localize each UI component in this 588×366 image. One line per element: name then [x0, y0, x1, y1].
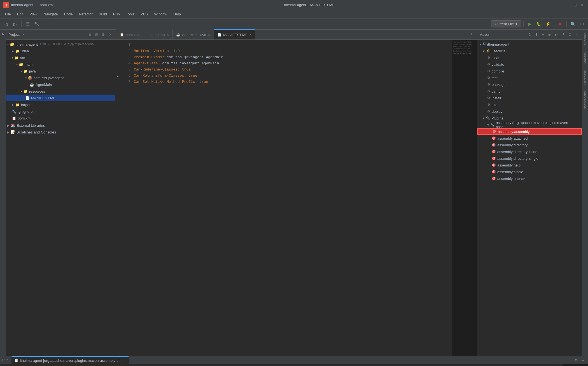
toolbar-search[interactable]: 🔍: [569, 20, 577, 28]
toolbar-back-button[interactable]: ◁: [2, 20, 10, 28]
menu-help[interactable]: Help: [171, 11, 184, 17]
tree-resources-folder[interactable]: ▾ 📁 resources: [6, 88, 115, 95]
tab-manifest-close[interactable]: ✕: [249, 33, 252, 37]
maven-goal-single[interactable]: 🎯 assembly:single: [477, 168, 582, 175]
maven-verify[interactable]: ⚙ verify: [477, 88, 582, 95]
close-button[interactable]: ✕: [580, 2, 585, 8]
tree-gitignore[interactable]: 🔧 .gitignore: [6, 108, 115, 115]
toolbar-settings[interactable]: ⚙: [578, 20, 586, 28]
tree-pomxml[interactable]: 📋 pom.xml: [6, 115, 115, 121]
tree-mf-icon: 📄: [25, 96, 30, 100]
maven-goal-unpack[interactable]: 🎯 assembly:unpack: [477, 175, 582, 182]
tree-idea-icon: 📁: [15, 49, 20, 53]
tree-src-folder[interactable]: ▾ 📁 src: [6, 54, 115, 61]
menu-edit[interactable]: Edit: [14, 11, 26, 17]
tree-agenmainjava[interactable]: ☕ AgenMain: [6, 81, 115, 88]
maven-package-icon: ⚙: [487, 83, 490, 86]
maven-run-icon[interactable]: ▶: [547, 32, 553, 37]
project-dropdown-icon[interactable]: ▾: [22, 33, 24, 36]
bottom-tab-run-instance[interactable]: 📋 itheima-agent [org.apache.maven.plugin…: [11, 356, 129, 364]
minimize-button[interactable]: ─: [565, 2, 571, 8]
menu-refactor[interactable]: Refactor: [76, 11, 95, 17]
menu-build[interactable]: Build: [96, 11, 110, 17]
toolbar-run-coverage[interactable]: ⚡: [544, 20, 552, 28]
tree-java-folder[interactable]: ▾ 📁 java: [6, 68, 115, 74]
tree-scratches[interactable]: ▶ 📝 Scratches and Consoles: [6, 129, 115, 135]
toolbar-debug-button[interactable]: 🐛: [535, 20, 543, 28]
sidebar-tab-notifications[interactable]: Notifications: [582, 88, 588, 113]
toolbar-run-button[interactable]: ▶: [526, 20, 534, 28]
maven-download-icon[interactable]: ⬇: [534, 32, 539, 37]
maven-goal-directory-inline[interactable]: 🎯 assembly:directory-inline: [477, 148, 582, 155]
run-settings-icon[interactable]: ⚙: [573, 357, 579, 363]
sidebar-project-icon[interactable]: P: [0, 31, 6, 37]
maven-test[interactable]: ⚙ test: [477, 74, 582, 81]
toolbar-forward-button[interactable]: ▷: [11, 20, 19, 28]
maven-goal-attached[interactable]: 🎯 assembly:attached: [477, 135, 582, 142]
maven-goal-directory[interactable]: 🎯 assembly:directory: [477, 142, 582, 148]
editor-tab-more[interactable]: ⋮: [468, 29, 476, 39]
run-instance-header: ✓ itheima-agent [org.apache.maven.plugin…: [10, 364, 555, 366]
tree-package-folder[interactable]: ▾ 📦 com.zss.javaagent: [6, 74, 115, 81]
maven-refresh-icon[interactable]: ↻: [527, 32, 533, 37]
run-instance-close[interactable]: ✕: [124, 359, 126, 362]
maven-more-icon[interactable]: ⋮: [561, 32, 566, 37]
menu-run[interactable]: Run: [110, 11, 123, 17]
maven-package[interactable]: ⚙ package: [477, 81, 582, 88]
maximize-button[interactable]: □: [572, 2, 578, 8]
tree-target-folder[interactable]: ▶ 📁 target: [6, 101, 115, 108]
sidebar-tab-jdasslib[interactable]: jdasslib: [582, 49, 588, 67]
menu-view[interactable]: View: [27, 11, 40, 17]
toolbar-recent-files[interactable]: ☰: [24, 20, 32, 28]
line-num-5: 5: [123, 67, 130, 73]
tree-java-arrow: ▾: [21, 70, 22, 73]
toolbar-build[interactable]: 🔨: [33, 20, 41, 28]
tree-external-libs[interactable]: ▶ 📚 External Libraries: [6, 122, 115, 129]
maven-assembly-plugin[interactable]: ▾ 🔧 assembly (org.apache.maven.plugins:m…: [477, 121, 582, 128]
menu-window[interactable]: Window: [151, 11, 170, 17]
maven-add-icon[interactable]: +: [540, 32, 546, 37]
menu-code[interactable]: Code: [61, 11, 76, 17]
maven-goal-dir-inline-icon: 🎯: [492, 150, 496, 154]
maven-settings-icon[interactable]: ⚙: [567, 32, 573, 37]
maven-compile[interactable]: ⚙ compile: [477, 68, 582, 74]
sidebar-tab-database[interactable]: Database: [582, 67, 588, 88]
tab-pomxml[interactable]: 📋 pom.xml (itheima-agent) ✕: [116, 29, 173, 39]
maven-site[interactable]: ⚙ site: [477, 101, 582, 108]
maven-goal-help[interactable]: 🎯 assembly:help: [477, 162, 582, 168]
maven-compile-label: compile: [492, 69, 504, 73]
menu-navigate[interactable]: Navigate: [41, 11, 60, 17]
maven-goal-directory-single[interactable]: 🎯 assembly:directory-single: [477, 155, 582, 162]
menu-vcs[interactable]: VCS: [138, 11, 151, 17]
tree-idea-folder[interactable]: ▶ 📁 .idea: [6, 48, 115, 54]
menu-file[interactable]: File: [2, 11, 14, 17]
sidebar-tab-axcoder[interactable]: aXcoder: [582, 30, 588, 49]
run-hide-icon[interactable]: ─: [580, 357, 586, 363]
current-file-selector[interactable]: Current File ▾: [491, 20, 521, 27]
maven-validate[interactable]: ⚙ validate: [477, 61, 582, 68]
maven-deploy[interactable]: ⚙ deploy: [477, 108, 582, 115]
maven-clean[interactable]: ⚙ clean: [477, 54, 582, 61]
locate-icon[interactable]: ⊕: [87, 32, 93, 37]
tree-idea-label: .idea: [21, 49, 29, 53]
tree-main-folder[interactable]: ▾ 📁 main: [6, 61, 115, 68]
tab-agenmain[interactable]: ☕ AgenMain.java ✕: [173, 29, 214, 39]
maven-root[interactable]: ▾ 🏗 itheima-agent: [477, 41, 582, 48]
code-content[interactable]: Manifest-Version: 1.0 Premain-Class: com…: [132, 40, 452, 356]
tab-manifest[interactable]: 📄 MANIFEST.MF ✕: [214, 29, 255, 39]
gear-settings-icon[interactable]: ⚙: [101, 32, 106, 37]
tab-agenmain-close[interactable]: ✕: [208, 33, 210, 37]
menu-tools[interactable]: Tools: [123, 11, 137, 17]
maven-close-icon[interactable]: ✕: [574, 32, 580, 37]
close-panel-icon[interactable]: ✕: [107, 32, 113, 37]
tree-manifest-file[interactable]: 📄 MANIFEST.MF: [6, 95, 115, 101]
tree-root[interactable]: ▾ 📁 itheima-agent E:\IDA_DEMO\Study\jvm\…: [6, 41, 115, 48]
maven-install[interactable]: ⚙ install: [477, 95, 582, 101]
maven-skip-icon[interactable]: ⏭: [554, 32, 559, 37]
maven-lifecycle[interactable]: ▾ ⚡ Lifecycle: [477, 48, 582, 54]
title-bar: IJ itheima-agent – pom.xml itheima-agent…: [0, 0, 588, 10]
maven-goal-assembly[interactable]: 🎯 assembly:assembly: [477, 128, 582, 135]
toolbar-stop-button[interactable]: ■: [556, 20, 564, 28]
tab-pom-close[interactable]: ✕: [167, 33, 169, 37]
collapse-all-icon[interactable]: ⊟: [94, 32, 99, 37]
